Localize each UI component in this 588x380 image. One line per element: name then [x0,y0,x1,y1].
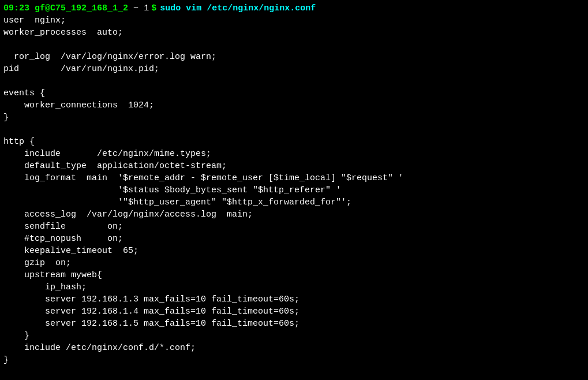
hostname-display: C75_192_168_1_2 [50,2,128,14]
username-display: gf [35,2,45,14]
command-text: sudo vim /etc/nginx/nginx.conf [160,2,316,14]
code-line [3,124,585,136]
code-line: gzip on; [3,257,585,269]
code-line: } [3,330,585,342]
code-line: server 192.168.1.5 max_fails=10 fail_tim… [3,318,585,330]
code-line: worker_processes auto; [3,27,585,39]
space [29,2,35,14]
prompt-line: 09:23 gf @ C75_192_168_1_2 ~ 1 $ sudo vi… [3,2,585,14]
code-line: events { [3,87,585,99]
code-line: } [3,111,585,124]
code-line: sendfile on; [3,221,585,233]
code-line: ror_log /var/log/nginx/error.log warn; [3,51,585,63]
code-line: include /etc/nginx/mime.types; [3,148,585,160]
code-line: pid /var/run/nginx.pid; [3,63,585,75]
code-content: user nginx;worker_processes auto; ror_lo… [3,14,585,366]
code-line: '"$http_user_agent" "$http_x_forwarded_f… [3,196,585,208]
code-line: server 192.168.1.3 max_fails=10 fail_tim… [3,293,585,306]
code-line: access_log /var/log/nginx/access.log mai… [3,208,585,221]
code-line: } [3,354,585,366]
code-line: default_type application/octet-stream; [3,160,585,172]
dollar-sign: $ [151,2,156,14]
code-line: #tcp_nopush on; [3,233,585,245]
code-line [3,75,585,87]
code-line: user nginx; [3,14,585,27]
code-line: worker_connections 1024; [3,99,585,111]
code-line [3,39,585,51]
code-line: log_format main '$remote_addr - $remote_… [3,172,585,184]
at-sign: @ [45,2,50,14]
code-line: keepalive_timeout 65; [3,245,585,257]
code-line: http { [3,136,585,148]
terminal: 09:23 gf @ C75_192_168_1_2 ~ 1 $ sudo vi… [0,0,588,380]
code-line: '$status $body_bytes_sent "$http_referer… [3,184,585,196]
code-line: upstream myweb{ [3,269,585,281]
code-line: ip_hash; [3,281,585,293]
path-display: ~ 1 [128,2,149,14]
time-display: 09:23 [3,2,29,14]
code-line: include /etc/nginx/conf.d/*.conf; [3,342,585,354]
code-line: server 192.168.1.4 max_fails=10 fail_tim… [3,306,585,318]
